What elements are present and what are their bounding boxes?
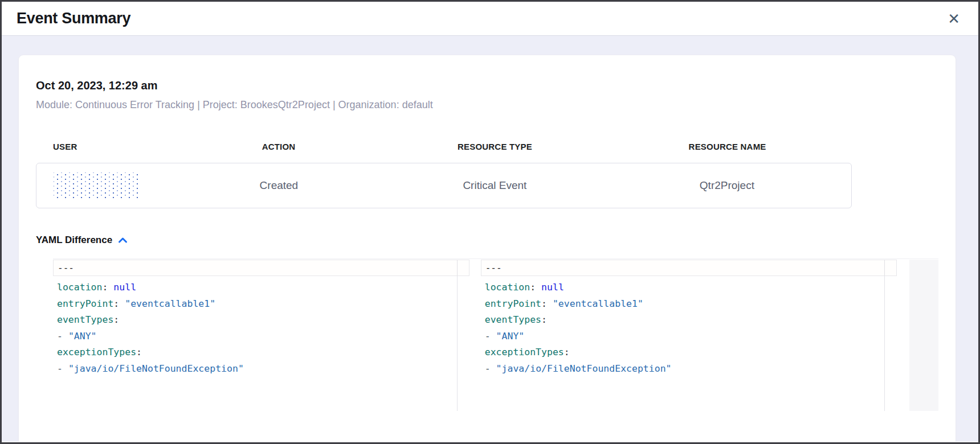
- yaml-code-line: eventTypes:: [485, 312, 885, 328]
- page-title: Event Summary: [17, 10, 130, 27]
- yaml-diff-left-panel[interactable]: --- location: nullentryPoint: "eventcall…: [53, 260, 469, 411]
- yaml-right-code[interactable]: location: nullentryPoint: "eventcallable…: [481, 276, 885, 411]
- yaml-code-line: eventTypes:: [57, 312, 457, 328]
- yaml-difference-section: YAML Difference --- location: nullentryP…: [36, 235, 938, 411]
- yaml-left-scrollbar-gutter[interactable]: [458, 276, 469, 411]
- yaml-code-line: entryPoint: "eventcallable1": [485, 296, 885, 313]
- yaml-diff-right-panel[interactable]: --- location: nullentryPoint: "eventcall…: [481, 260, 897, 411]
- yaml-code-line: entryPoint: "eventcallable1": [57, 296, 457, 313]
- yaml-left-code[interactable]: location: nullentryPoint: "eventcallable…: [53, 276, 458, 411]
- yaml-right-scroll-corner: [884, 260, 897, 276]
- event-summary-modal: Event Summary ✕ Oct 20, 2023, 12:29 am M…: [0, 0, 980, 444]
- column-header-action: ACTION: [170, 142, 386, 151]
- yaml-code-line: location: null: [57, 279, 457, 296]
- redacted-user-pattern: [54, 172, 140, 199]
- chevron-up-icon[interactable]: [118, 236, 128, 246]
- yaml-right-header-line: ---: [481, 260, 885, 276]
- table-header-row: USER ACTION RESOURCE TYPE RESOURCE NAME: [36, 142, 852, 151]
- event-meta: Module: Continuous Error Tracking | Proj…: [36, 99, 938, 111]
- yaml-left-scroll-corner: [457, 260, 469, 276]
- yaml-diff-panels: --- location: nullentryPoint: "eventcall…: [53, 258, 938, 411]
- yaml-code-line: exceptionTypes:: [57, 344, 457, 361]
- event-card: Oct 20, 2023, 12:29 am Module: Continuou…: [19, 55, 956, 442]
- event-timestamp: Oct 20, 2023, 12:29 am: [36, 79, 938, 92]
- event-table: USER ACTION RESOURCE TYPE RESOURCE NAME …: [36, 142, 852, 208]
- resource-name-cell: Qtr2Project: [603, 179, 851, 192]
- diff-scrollbar-track[interactable]: [909, 260, 938, 411]
- modal-body: Oct 20, 2023, 12:29 am Module: Continuou…: [2, 36, 978, 442]
- table-row: Created Critical Event Qtr2Project: [36, 163, 852, 208]
- yaml-right-scrollbar-gutter[interactable]: [885, 276, 897, 411]
- yaml-code-line: - "java/io/FileNotFoundException": [485, 361, 885, 377]
- yaml-code-line: - "java/io/FileNotFoundException": [57, 361, 457, 377]
- column-header-user: USER: [36, 142, 170, 151]
- yaml-code-line: - "ANY": [57, 328, 457, 345]
- column-header-resource-name: RESOURCE NAME: [603, 142, 852, 151]
- yaml-difference-label: YAML Difference: [36, 235, 112, 246]
- yaml-code-line: - "ANY": [485, 328, 885, 345]
- yaml-difference-toggle[interactable]: YAML Difference: [36, 235, 938, 246]
- resource-type-cell: Critical Event: [387, 179, 603, 192]
- yaml-code-line: location: null: [485, 279, 885, 296]
- modal-header: Event Summary ✕: [2, 2, 978, 36]
- yaml-left-header-line: ---: [53, 260, 458, 276]
- column-header-resource-type: RESOURCE TYPE: [387, 142, 603, 151]
- action-cell: Created: [171, 179, 387, 192]
- yaml-code-line: exceptionTypes:: [485, 344, 885, 361]
- close-icon[interactable]: ✕: [944, 10, 963, 27]
- user-cell: [36, 172, 171, 199]
